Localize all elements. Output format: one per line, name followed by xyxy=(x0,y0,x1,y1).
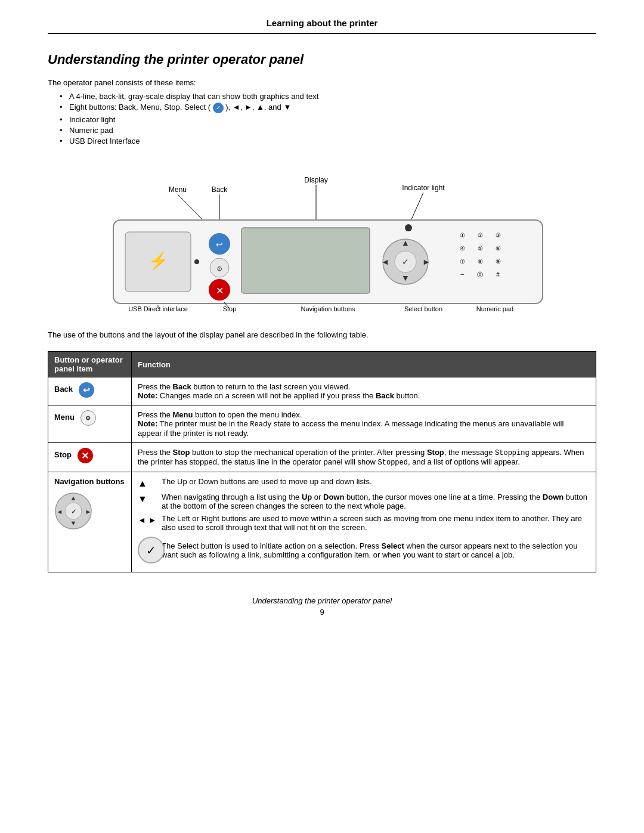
svg-text:⚙: ⚙ xyxy=(216,265,223,273)
nav-fn-down: ▼ When navigating through a list using t… xyxy=(138,493,590,510)
header-title: Learning about the printer xyxy=(267,18,378,28)
bullet-item-1: A 4-line, back-lit, gray-scale display t… xyxy=(60,92,596,101)
table-cell-nav-item: Navigation buttons ▲ ▼ ◄ ► ✓ xyxy=(48,472,132,572)
svg-text:►: ► xyxy=(85,508,92,515)
table-cell-nav-fn: ▲ The Up or Down buttons are used to mov… xyxy=(132,472,596,572)
svg-text:⑦: ⑦ xyxy=(460,258,465,265)
svg-text:Indicator light: Indicator light xyxy=(402,184,445,192)
table-row-stop: Stop ✕ Press the Stop button to stop the… xyxy=(48,443,596,472)
svg-text:⑤: ⑤ xyxy=(478,245,483,252)
panel-table: Button or operator panel item Function B… xyxy=(48,351,596,572)
svg-text:↩: ↩ xyxy=(216,240,223,249)
svg-text:Stop: Stop xyxy=(223,305,237,312)
svg-text:①: ① xyxy=(460,232,465,239)
printer-diagram: Menu Back Display Indicator light ⚡ ↩ xyxy=(48,157,596,312)
svg-text:✓: ✓ xyxy=(402,257,409,267)
svg-text:Select button: Select button xyxy=(404,305,442,312)
footer-subtitle: Understanding the printer operator panel xyxy=(48,596,596,605)
page: Learning about the printer Understanding… xyxy=(0,0,644,833)
up-arrow-icon: ▲ xyxy=(138,478,147,488)
svg-line-1 xyxy=(178,194,206,223)
table-header-function: Function xyxy=(132,352,596,377)
svg-point-19 xyxy=(405,224,412,231)
svg-text:◄: ◄ xyxy=(381,257,389,267)
svg-text:✕: ✕ xyxy=(216,286,224,296)
svg-text:▲: ▲ xyxy=(401,238,410,247)
svg-text:⑥: ⑥ xyxy=(496,245,501,252)
svg-text:⚡: ⚡ xyxy=(148,251,169,271)
stop-button-icon: ✕ xyxy=(78,448,93,463)
bullet-item-5: USB Direct Interface xyxy=(60,137,596,145)
table-cell-menu-fn: Press the Menu button to open the menu i… xyxy=(132,405,596,443)
table-cell-back-item: Back ↩ xyxy=(48,377,132,405)
table-row-menu: Menu ⚙ Press the Menu button to open the… xyxy=(48,405,596,443)
page-footer: Understanding the printer operator panel… xyxy=(48,596,596,617)
left-right-arrow-icon: ◄ ► xyxy=(138,515,157,525)
svg-point-11 xyxy=(194,259,199,264)
svg-text:►: ► xyxy=(422,257,431,267)
table-cell-stop-fn: Press the Stop button to stop the mechan… xyxy=(132,443,596,472)
table-cell-stop-item: Stop ✕ xyxy=(48,443,132,472)
section-title: Understanding the printer operator panel xyxy=(48,52,596,67)
svg-text:⓪: ⓪ xyxy=(477,271,483,278)
svg-text:Numeric pad: Numeric pad xyxy=(476,305,513,312)
table-row-back: Back ↩ Press the Back button to return t… xyxy=(48,377,596,405)
back-button-icon: ↩ xyxy=(79,382,94,398)
description-text: The use of the buttons and the layout of… xyxy=(48,330,596,339)
svg-text:▲: ▲ xyxy=(70,494,77,501)
svg-text:⑨: ⑨ xyxy=(496,258,501,265)
page-header: Learning about the printer xyxy=(48,18,596,34)
svg-text:Navigation buttons: Navigation buttons xyxy=(301,305,355,312)
svg-text:⑧: ⑧ xyxy=(478,258,483,265)
nav-fn-up: ▲ The Up or Down buttons are used to mov… xyxy=(138,477,590,489)
bullet-list: A 4-line, back-lit, gray-scale display t… xyxy=(60,92,596,145)
svg-text:−: − xyxy=(460,270,464,278)
bullet-item-4: Numeric pad xyxy=(60,126,596,135)
down-arrow-icon: ▼ xyxy=(138,494,147,504)
nav-fn-leftright: ◄ ► The Left or Right buttons are used t… xyxy=(138,514,590,532)
bullet-item-2: Eight buttons: Back, Menu, Stop, Select … xyxy=(60,103,596,113)
nav-fn-select: ✓ The Select button is used to initiate … xyxy=(138,535,590,563)
footer-page-number: 9 xyxy=(48,608,596,617)
intro-text: The operator panel consists of these ite… xyxy=(48,78,596,87)
select-button-diagram: ✓ xyxy=(138,537,165,563)
checkmark-icon: ✓ xyxy=(146,543,156,558)
svg-text:④: ④ xyxy=(460,245,465,252)
svg-text:▼: ▼ xyxy=(70,519,77,527)
table-header-item: Button or operator panel item xyxy=(48,352,132,377)
nav-buttons-diagram: ▲ ▼ ◄ ► ✓ xyxy=(54,492,93,531)
table-cell-back-fn: Press the Back button to return to the l… xyxy=(132,377,596,405)
bullet-item-3: Indicator light xyxy=(60,115,596,124)
svg-text:✓: ✓ xyxy=(71,508,76,515)
svg-text:③: ③ xyxy=(496,232,501,239)
svg-text:▼: ▼ xyxy=(401,273,410,283)
svg-text:#: # xyxy=(496,271,500,278)
table-row-nav: Navigation buttons ▲ ▼ ◄ ► ✓ xyxy=(48,472,596,572)
svg-text:◄: ◄ xyxy=(57,508,63,515)
svg-text:Back: Back xyxy=(212,185,228,194)
svg-text:Display: Display xyxy=(304,176,327,184)
menu-button-icon: ⚙ xyxy=(80,410,96,426)
svg-rect-18 xyxy=(242,228,370,293)
svg-text:Menu: Menu xyxy=(169,185,187,194)
table-cell-menu-item: Menu ⚙ xyxy=(48,405,132,443)
svg-text:②: ② xyxy=(478,232,483,239)
